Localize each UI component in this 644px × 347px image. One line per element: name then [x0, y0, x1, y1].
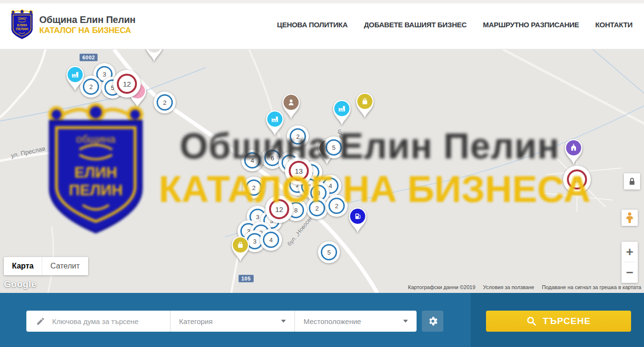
- pegman-icon: [624, 212, 635, 224]
- street-view-pegman[interactable]: [621, 210, 638, 226]
- cluster-marker[interactable]: 2: [154, 91, 176, 113]
- map-attribution: Картографски данни ©2019Условия за ползв…: [408, 284, 641, 290]
- category-pin-worker[interactable]: [280, 92, 302, 120]
- google-logo[interactable]: Google: [4, 279, 36, 290]
- cluster-marker[interactable]: 4: [260, 229, 282, 251]
- keyword-search-input[interactable]: [51, 317, 165, 326]
- cluster-marker[interactable]: 12: [265, 195, 293, 223]
- category-pin-fuel[interactable]: [347, 206, 369, 234]
- cluster-count: 5: [321, 244, 337, 260]
- cluster-count: 5: [326, 139, 342, 156]
- svg-text:ЕЛИН: ЕЛИН: [17, 23, 27, 27]
- keyword-field: [26, 311, 170, 332]
- cluster-marker[interactable]: 13: [285, 157, 313, 185]
- cluster-marker[interactable]: 2: [243, 177, 265, 199]
- lock-icon: [627, 177, 637, 186]
- chevron-down-icon: [281, 320, 286, 323]
- advanced-settings-button[interactable]: [422, 311, 443, 332]
- attribution-link[interactable]: Условия за ползване: [483, 284, 534, 290]
- nav-item-timetable[interactable]: МАРШРУТНО РАЗПИСАНИЕ: [483, 21, 579, 29]
- cluster-marker[interactable]: 5: [318, 241, 340, 263]
- search-button[interactable]: ТЪРСЕНЕ: [486, 311, 631, 332]
- pencil-icon: [36, 316, 45, 326]
- brand-subtitle: КАТАЛОГ НА БИЗНЕСА: [39, 26, 136, 35]
- cluster-count: 4: [263, 232, 279, 248]
- location-dropdown-label: Местоположение: [304, 317, 361, 325]
- map-view-button[interactable]: Карта: [4, 257, 42, 275]
- cluster-marker[interactable]: 2: [306, 197, 328, 219]
- search-group: Категория Местоположение: [26, 311, 417, 332]
- cluster-count: 2: [246, 179, 262, 196]
- brand-title: Община Елин Пелин: [39, 14, 136, 25]
- svg-text:община: община: [18, 16, 27, 19]
- cluster-marker[interactable]: 2: [326, 195, 348, 217]
- cluster-marker[interactable]: 4: [241, 149, 263, 171]
- map-type-control: Карта Сателит: [4, 257, 88, 275]
- cluster-count: 2: [328, 198, 345, 214]
- category-pin-church[interactable]: [563, 138, 585, 166]
- category-pin-factory[interactable]: [331, 99, 353, 126]
- category-pin-bag[interactable]: [354, 91, 376, 119]
- page: община ЕЛИН ПЕЛИН Община Елин Пелин КАТА…: [0, 0, 644, 347]
- category-dropdown-label: Категория: [179, 317, 213, 325]
- cluster-count: 2: [157, 94, 173, 111]
- header: община ЕЛИН ПЕЛИН Община Елин Пелин КАТА…: [0, 0, 644, 49]
- brand-logo[interactable]: община ЕЛИН ПЕЛИН Община Елин Пелин КАТА…: [10, 10, 136, 40]
- search-icon: [526, 316, 537, 326]
- zoom-control: + −: [621, 242, 638, 283]
- map-data-copyright: Картографски данни ©2019: [408, 284, 475, 290]
- cluster-count: 12: [269, 199, 289, 219]
- gear-icon: [427, 315, 439, 327]
- search-button-label: ТЪРСЕНЕ: [542, 316, 590, 326]
- cluster-count: 2: [290, 128, 306, 145]
- nav-item-pricing[interactable]: ЦЕНОВА ПОЛИТИКА: [277, 21, 348, 29]
- main-nav: ЦЕНОВА ПОЛИТИКА ДОБАВЕТЕ ВАШИЯТ БИЗНЕС М…: [277, 0, 633, 49]
- category-pin-factory[interactable]: [64, 65, 86, 92]
- zoom-out-button[interactable]: −: [621, 262, 638, 282]
- search-bar: Категория Местоположение ТЪРСЕНЕ: [0, 293, 644, 347]
- satellite-view-button[interactable]: Сателит: [42, 257, 88, 275]
- location-dropdown[interactable]: Местоположение: [294, 311, 417, 332]
- cluster-marker[interactable]: 5: [323, 136, 345, 158]
- zoom-in-button[interactable]: +: [621, 242, 638, 262]
- svg-text:ПЕЛИН: ПЕЛИН: [16, 27, 28, 31]
- nav-item-add-business[interactable]: ДОБАВЕТЕ ВАШИЯТ БИЗНЕС: [364, 21, 466, 29]
- category-pin-bag[interactable]: [229, 235, 251, 263]
- cluster-marker[interactable]: 2: [287, 125, 309, 147]
- cluster-marker[interactable]: 10: [563, 166, 591, 193]
- cluster-count: 12: [117, 74, 137, 94]
- cluster-count: 2: [309, 200, 325, 216]
- attribution-link[interactable]: Подаване на сигнал за грешка в картата: [542, 284, 641, 290]
- category-dropdown[interactable]: Категория: [170, 311, 294, 332]
- chevron-down-icon: [403, 320, 408, 323]
- cluster-marker[interactable]: 12: [113, 70, 141, 98]
- cluster-count: 6: [264, 150, 281, 166]
- cluster-count: 10: [567, 169, 587, 190]
- municipality-crest-icon: община ЕЛИН ПЕЛИН: [10, 10, 34, 40]
- category-pin-none[interactable]: [143, 49, 165, 63]
- cluster-count: 13: [289, 161, 309, 181]
- nav-item-contacts[interactable]: КОНТАКТИ: [595, 21, 633, 29]
- cluster-count: 4: [244, 152, 260, 168]
- map-canvas[interactable]: ул. Преславбул. „Новоселции“6002105: [0, 49, 644, 293]
- markers-layer: 325122256471352274822128333834510: [0, 49, 644, 293]
- lock-button[interactable]: [624, 173, 640, 190]
